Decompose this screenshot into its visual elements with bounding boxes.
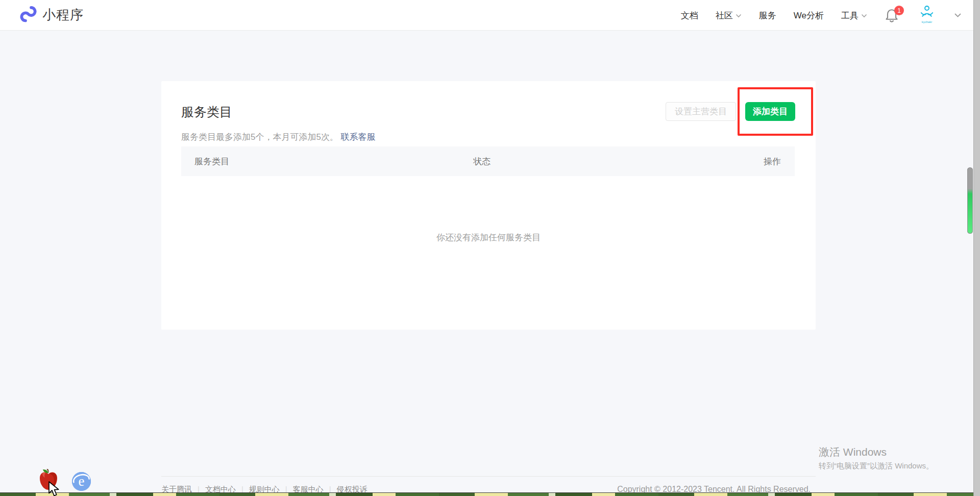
column-header-category: 服务类目 <box>194 156 229 167</box>
internet-explorer-icon[interactable]: e <box>72 472 91 491</box>
table-header-row: 服务类目 状态 操作 <box>181 146 795 176</box>
nav-item-we-analysis[interactable]: We分析 <box>794 10 824 21</box>
column-header-status: 状态 <box>473 156 491 167</box>
account-avatar[interactable]: kychakr <box>917 5 937 26</box>
window-scrollbar-track[interactable] <box>973 0 980 496</box>
background-spreadsheet-strip <box>0 492 973 496</box>
mini-program-logo-icon <box>19 5 38 26</box>
chevron-down-icon <box>861 10 867 20</box>
panel-header-text: 服务类目 服务类目最多添加5个，本月可添加5次。 联系客服 <box>181 81 376 143</box>
panel-header: 服务类目 服务类目最多添加5个，本月可添加5次。 联系客服 设置主营类目 添加类… <box>181 81 795 143</box>
nav-item-tools[interactable]: 工具 <box>841 10 867 21</box>
avatar-caption: kychakr <box>922 20 933 23</box>
avatar-logo-icon <box>919 5 935 20</box>
panel-actions: 设置主营类目 添加类目 <box>666 102 795 143</box>
top-navigation-bar: 小程序 文档 社区 服务 We分析 工具 <box>0 0 980 31</box>
bell-icon <box>885 16 899 24</box>
page-footer: 关于腾讯 | 文档中心 | 规则中心 | 客服中心 | 侵权投诉 Copyrig… <box>161 476 816 494</box>
scrollbar-thumb[interactable] <box>967 167 973 234</box>
watermark-line1: 激活 Windows <box>819 445 934 459</box>
chevron-down-icon <box>736 10 742 20</box>
add-category-button[interactable]: 添加类目 <box>745 102 795 121</box>
notification-badge: 1 <box>894 6 904 15</box>
contact-support-link[interactable]: 联系客服 <box>341 132 376 142</box>
nav-item-docs[interactable]: 文档 <box>681 10 698 21</box>
header-nav: 文档 社区 服务 We分析 工具 1 <box>681 0 962 31</box>
mouse-cursor-icon <box>48 481 60 496</box>
watermark-line2: 转到“电脑设置”以激活 Windows。 <box>819 461 934 471</box>
nav-item-community[interactable]: 社区 <box>716 10 742 21</box>
empty-state-message: 你还没有添加任何服务类目 <box>161 232 816 243</box>
app-title: 小程序 <box>42 6 84 24</box>
set-main-category-button[interactable]: 设置主营类目 <box>666 102 736 121</box>
column-header-actions: 操作 <box>764 156 781 167</box>
notifications-button[interactable]: 1 <box>885 8 900 23</box>
brand: 小程序 <box>19 5 84 26</box>
nav-item-service[interactable]: 服务 <box>759 10 776 21</box>
subtitle-text: 服务类目最多添加5个，本月可添加5次。 <box>181 132 338 142</box>
windows-activation-watermark: 激活 Windows 转到“电脑设置”以激活 Windows。 <box>819 445 934 471</box>
account-menu-chevron-icon[interactable] <box>954 11 962 20</box>
page-title: 服务类目 <box>181 104 376 120</box>
service-category-panel: 服务类目 服务类目最多添加5个，本月可添加5次。 联系客服 设置主营类目 添加类… <box>161 81 816 330</box>
page-subtitle: 服务类目最多添加5个，本月可添加5次。 联系客服 <box>181 131 376 143</box>
